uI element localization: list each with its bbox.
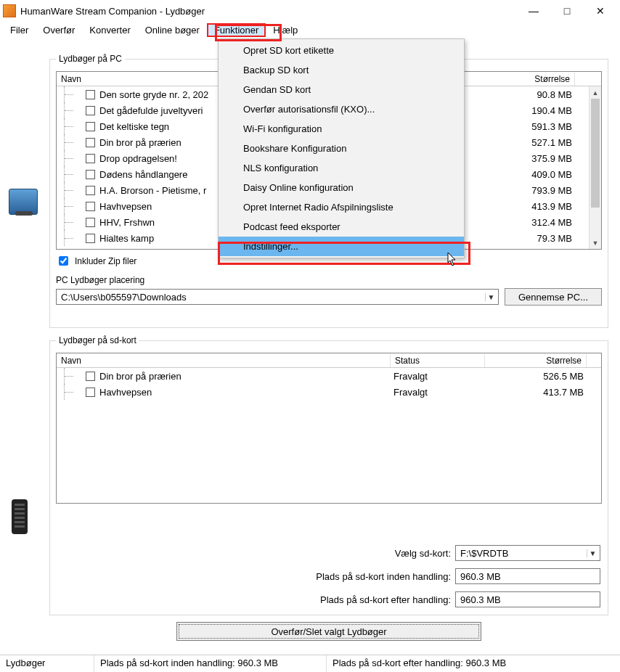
sd-col-size[interactable]: Størrelse <box>485 354 587 367</box>
pc-books-legend: Lydbøger på PC <box>56 54 125 64</box>
sd-col-name[interactable]: Navn <box>57 354 391 367</box>
status-tab: Lydbøger <box>0 655 94 672</box>
pc-path-label: PC Lydbøger placering <box>56 275 602 285</box>
row-checkbox[interactable] <box>86 388 95 397</box>
row-size: 413.9 MB <box>465 201 575 212</box>
dropdown-gendan-sd[interactable]: Gendan SD kort <box>219 80 464 99</box>
row-checkbox[interactable] <box>86 186 95 195</box>
sd-books-group: Lydbøger på sd-kort Navn Status Størrels… <box>49 335 608 615</box>
close-button[interactable]: ✕ <box>584 0 617 22</box>
row-size: 591.3 MB <box>465 121 575 132</box>
dropdown-indstillinger[interactable]: Indstillinger... <box>219 237 464 256</box>
row-size: 793.9 MB <box>465 185 575 196</box>
row-size: 79.3 MB <box>465 233 575 244</box>
row-name: Hialtes kamp <box>99 233 154 244</box>
titlebar: HumanWare Stream Companion - Lydbøger — … <box>0 0 620 22</box>
row-name: Din bror på prærien <box>99 371 181 382</box>
space-before-value: 960.3 MB <box>455 568 600 584</box>
select-card-value: F:\$VRDTB <box>460 548 508 559</box>
row-checkbox[interactable] <box>86 90 95 99</box>
row-checkbox[interactable] <box>86 122 95 131</box>
row-size: 375.9 MB <box>465 153 575 164</box>
row-name: Havhvepsen <box>99 201 152 212</box>
row-name: Din bror på prærien <box>99 137 181 148</box>
menubar: Filer Overfør Konverter Online bøger Fun… <box>0 22 620 38</box>
status-space-before: Plads på sd-kort inden handling: 960.3 M… <box>94 655 327 672</box>
include-zip-checkbox[interactable] <box>59 256 68 266</box>
row-status: Fravalgt <box>391 371 485 382</box>
row-status: Fravalgt <box>391 387 485 398</box>
scroll-thumb[interactable] <box>591 99 600 208</box>
table-row[interactable]: HavhvepsenFravalgt413.7 MB <box>57 384 601 400</box>
dropdown-bookshare[interactable]: Bookshare Konfiguration <box>219 139 464 158</box>
minimize-button[interactable]: — <box>517 0 550 22</box>
menu-filer[interactable]: Filer <box>3 23 36 37</box>
row-size: 90.8 MB <box>465 89 575 100</box>
menu-online-boeger[interactable]: Online bøger <box>138 23 207 37</box>
statusbar: Lydbøger Plads på sd-kort inden handling… <box>0 655 620 672</box>
row-name: Den sorte gryde nr. 2, 202 <box>99 89 208 100</box>
row-checkbox[interactable] <box>86 218 95 227</box>
dropdown-wifi[interactable]: Wi-Fi konfiguration <box>219 119 464 139</box>
window-title: HumanWare Stream Companion - Lydbøger <box>20 6 517 17</box>
dropdown-opret-sd-etikette[interactable]: Opret SD kort etikette <box>219 41 464 60</box>
row-name: Dødens håndlangere <box>99 169 187 180</box>
chevron-down-icon[interactable]: ▼ <box>485 293 497 301</box>
select-card-combo[interactable]: F:\$VRDTB ▼ <box>455 545 600 561</box>
row-name: Drop opdragelsen! <box>99 153 177 164</box>
status-space-after: Plads på sd-kort efter handling: 960.3 M… <box>327 655 620 672</box>
pc-path-combo[interactable]: C:\Users\b055597\Downloads ▼ <box>56 289 499 305</box>
row-name: H.A. Brorson - Pietisme, r <box>99 185 206 196</box>
scroll-down-icon[interactable]: ▼ <box>590 237 601 249</box>
space-after-label: Plads på sd-kort efter handling: <box>266 594 451 605</box>
row-checkbox[interactable] <box>86 372 95 381</box>
space-before-label: Plads på sd-kort inden handling: <box>266 571 451 582</box>
row-checkbox[interactable] <box>86 234 95 243</box>
row-size: 413.7 MB <box>485 387 587 398</box>
row-name: Det keltiske tegn <box>99 121 169 132</box>
row-checkbox[interactable] <box>86 170 95 179</box>
pc-path-value: C:\Users\b055597\Downloads <box>61 292 187 303</box>
dropdown-nls[interactable]: NLS konfiguration <box>219 158 464 178</box>
pc-scrollbar[interactable]: ▲ ▼ <box>589 86 601 249</box>
row-size: 409.0 MB <box>465 169 575 180</box>
dropdown-backup-sd[interactable]: Backup SD kort <box>219 60 464 80</box>
row-size: 190.4 MB <box>465 105 575 116</box>
dropdown-podcast[interactable]: Podcast feed eksporter <box>219 217 464 237</box>
browse-pc-button[interactable]: Gennemse PC... <box>505 288 602 306</box>
select-card-label: Vælg sd-kort: <box>266 548 451 559</box>
scroll-up-icon[interactable]: ▲ <box>590 86 601 99</box>
dropdown-overfoer-kxo[interactable]: Overfør autorisationsfil (KXO)... <box>219 99 464 119</box>
row-name: Havhvepsen <box>99 387 152 398</box>
row-checkbox[interactable] <box>86 154 95 163</box>
menu-overfoer[interactable]: Overfør <box>36 23 82 37</box>
app-icon <box>3 4 16 17</box>
pc-icon <box>9 189 38 215</box>
menu-funktioner[interactable]: Funktioner <box>207 23 266 37</box>
row-name: HHV, Frshwn <box>99 217 155 228</box>
dropdown-daisy[interactable]: Daisy Online konfiguration <box>219 178 464 197</box>
include-zip-label: Inkluder Zip filer <box>75 256 136 266</box>
maximize-button[interactable]: □ <box>550 0 584 22</box>
menu-konverter[interactable]: Konverter <box>82 23 137 37</box>
menu-hjaelp[interactable]: Hjælp <box>266 23 305 37</box>
sd-books-table[interactable]: Navn Status Størrelse Din bror på prærie… <box>56 353 602 504</box>
pc-col-size[interactable]: Størrelse <box>465 73 575 86</box>
row-checkbox[interactable] <box>86 138 95 147</box>
row-checkbox[interactable] <box>86 202 95 211</box>
row-size: 527.1 MB <box>465 137 575 148</box>
transfer-delete-button[interactable]: Overfør/Slet valgt Lydbøger <box>176 622 481 641</box>
sd-books-legend: Lydbøger på sd-kort <box>56 335 139 345</box>
row-checkbox[interactable] <box>86 106 95 115</box>
row-name: Det gådefulde juveltyveri <box>99 105 203 116</box>
sd-col-status[interactable]: Status <box>391 354 485 367</box>
funktioner-dropdown: Opret SD kort etikette Backup SD kort Ge… <box>218 38 465 258</box>
chevron-down-icon[interactable]: ▼ <box>587 549 598 557</box>
device-icon <box>12 499 28 534</box>
dropdown-radio[interactable]: Opret Internet Radio Afspilningsliste <box>219 197 464 217</box>
row-size: 526.5 MB <box>485 371 587 382</box>
space-after-value: 960.3 MB <box>455 591 600 607</box>
row-size: 312.4 MB <box>465 217 575 228</box>
table-row[interactable]: Din bror på prærienFravalgt526.5 MB <box>57 368 601 384</box>
